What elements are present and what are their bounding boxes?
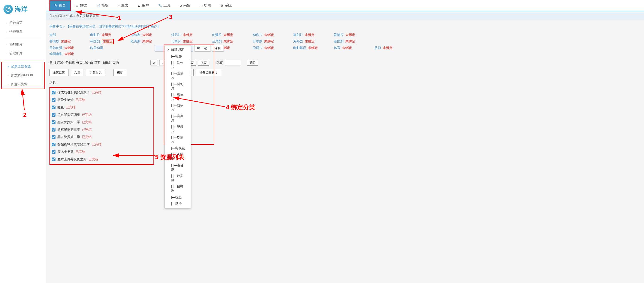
item-checkbox[interactable] — [52, 91, 56, 94]
item-checkbox[interactable] — [52, 98, 56, 102]
category-name[interactable]: 电影片 — [90, 33, 100, 37]
dropdown-item[interactable]: 解除绑定 — [164, 47, 191, 53]
nav-data[interactable]: ▤数据 — [71, 0, 92, 11]
gear-icon: ⚙ — [220, 4, 223, 7]
breadcrumb-item[interactable]: 生成 — [66, 14, 73, 17]
category-name[interactable]: 台湾剧 — [212, 39, 222, 44]
dropdown-item[interactable]: | |—科幻片 — [164, 81, 191, 92]
item-title[interactable]: 黑衣警探第二季 — [57, 120, 80, 124]
item-checkbox[interactable] — [52, 120, 56, 124]
category-name[interactable]: 泰国剧 — [334, 39, 344, 44]
category-status: 未绑定 — [102, 39, 114, 44]
dropdown-item[interactable]: | |—恐怖片 — [164, 92, 191, 102]
breadcrumb-item[interactable]: 后台首页 — [50, 14, 62, 17]
item-checkbox[interactable] — [52, 113, 56, 117]
nav-template[interactable]: 📄模板 — [92, 0, 113, 11]
dropdown-item[interactable]: |—电影 — [164, 53, 191, 60]
nav-user[interactable]: ▲用户 — [132, 0, 154, 11]
sidebar-item-ruyi-m3u8[interactable]: 如意资源M3U8 — [2, 71, 44, 80]
nav-generate[interactable]: ≡生成 — [113, 0, 132, 11]
dropdown-item[interactable]: | |—喜剧片 — [164, 113, 191, 124]
category-name[interactable]: 全部 — [50, 33, 56, 37]
item-title[interactable]: 魔术士奥芬复仇之路 — [57, 157, 86, 161]
item-title[interactable]: 恋爱生物钟 — [57, 98, 74, 102]
sidebar-item-shortcut[interactable]: 快捷菜单 — [0, 27, 46, 36]
category-name[interactable]: 综艺片 — [171, 33, 181, 37]
category-name[interactable]: 香港剧 — [50, 39, 59, 44]
dropdown-item[interactable]: | |—动作片 — [164, 60, 191, 70]
bind-button[interactable]: 绑 定 — [194, 45, 211, 51]
nav-collect[interactable]: ⊍采集 — [175, 0, 195, 11]
nav-home[interactable]: ✎首页 — [50, 0, 71, 11]
item-checkbox[interactable] — [52, 106, 56, 109]
dropdown-item[interactable]: | |—日韩剧 — [164, 184, 191, 194]
nav-tools[interactable]: 🔧工具 — [154, 0, 175, 11]
nav-extend[interactable]: ⬚扩展 — [195, 0, 216, 11]
dropdown-item[interactable]: | |—港台剧 — [164, 162, 191, 173]
data-icon: ▤ — [76, 4, 78, 7]
sidebar-item-home[interactable]: 后台首页 — [0, 18, 46, 27]
category-name[interactable]: 记录片 — [171, 39, 181, 44]
toolbar: 全选反选 采集 采集当天 刷新 搜 索 按分类查看 ∨ — [50, 69, 640, 76]
view-by-category-button[interactable]: 按分类查看 ∨ — [196, 69, 222, 76]
item-title[interactable]: 魔术士奥芬 — [57, 150, 74, 154]
category-name[interactable]: 海外剧 — [293, 39, 303, 44]
dropdown-item[interactable]: | |—大陆剧 — [164, 151, 191, 162]
collect-today-button[interactable]: 采集当天 — [86, 69, 105, 76]
category-status: 未绑定 — [305, 39, 314, 44]
category-name[interactable]: 电影解说 — [293, 46, 306, 50]
item-title[interactable]: 你成功引起我的注意了 — [57, 90, 90, 95]
dropdown-item[interactable]: |—综艺 — [164, 194, 191, 201]
category-name[interactable]: 日本剧 — [252, 39, 262, 44]
return-button[interactable]: 返 回 — [212, 45, 224, 51]
sidebar-item-ruyi-all[interactable]: 如意全部资源 — [2, 62, 44, 71]
category-name[interactable]: 伦理片 — [252, 46, 262, 50]
item-checkbox[interactable] — [52, 135, 56, 139]
dropdown-item[interactable]: | |—剧情片 — [164, 134, 191, 145]
category-name[interactable]: 动作片 — [252, 33, 262, 37]
dropdown-item[interactable]: | |—爱情片 — [164, 70, 191, 81]
nav-system[interactable]: ⚙系统 — [216, 0, 236, 11]
select-all-button[interactable]: 全选反选 — [50, 69, 68, 76]
category-name[interactable]: 动漫片 — [212, 33, 222, 37]
refresh-button[interactable]: 刷新 — [113, 69, 126, 76]
item-title[interactable]: 黏黏糊糊角质君第二季 — [57, 142, 90, 147]
category-name[interactable]: 喜剧片 — [293, 33, 303, 37]
item-title[interactable]: 黑衣警探第三季 — [57, 128, 80, 132]
collect-button[interactable]: 采集 — [71, 69, 84, 76]
category-name[interactable]: 欧美动漫 — [90, 46, 103, 50]
category-name[interactable]: 爱情片 — [334, 33, 344, 37]
jump-confirm[interactable]: 确定 — [247, 60, 258, 66]
dropdown-item[interactable]: | |—纪录片 — [164, 124, 191, 134]
top-nav: ✎首页 ▤数据 📄模板 ≡生成 ▲用户 🔧工具 ⊍采集 ⬚扩展 ⚙系统 — [46, 0, 644, 11]
page-2[interactable]: 2 — [150, 60, 157, 65]
dropdown-item[interactable]: | |—战争片 — [164, 102, 191, 113]
category-name[interactable]: 足球 — [374, 46, 381, 50]
jump-input[interactable] — [225, 60, 241, 65]
item-checkbox[interactable] — [52, 143, 56, 146]
item-title[interactable]: 红色 — [57, 105, 64, 109]
category-name[interactable]: 体育 — [334, 46, 340, 50]
notice-text: 【采集前需绑定分类，浏览器兼容模式下可能无法进行绑定操作】 — [66, 24, 160, 28]
item-title[interactable]: 黑衣警探第四季 — [57, 113, 80, 117]
item-checkbox[interactable] — [52, 128, 56, 132]
category-name[interactable]: 日韩动漫 — [50, 46, 62, 50]
dropdown-item[interactable]: |—动漫 — [164, 201, 191, 207]
sidebar-item-add-video[interactable]: 添加影片 — [0, 40, 46, 49]
list-item: 黑衣警探第二季已完结 — [51, 119, 152, 126]
item-checkbox[interactable] — [52, 150, 56, 154]
last-page[interactable]: 尾页 — [198, 60, 209, 66]
logo: 海洋 — [0, 0, 46, 18]
category-name[interactable]: 动画电影 — [50, 52, 62, 56]
dropdown-item[interactable]: | |—欧美剧 — [164, 173, 191, 184]
dropdown-item[interactable]: |—电视剧 — [164, 145, 191, 151]
item-checkbox[interactable] — [52, 158, 56, 161]
category-name[interactable]: 韩国剧 — [90, 39, 100, 44]
sidebar-item-manage-video[interactable]: 管理影片 — [0, 49, 46, 58]
item-title[interactable]: 黑衣警探第一季 — [57, 135, 80, 139]
category-name[interactable]: 连续剧 — [131, 33, 140, 37]
breadcrumb-item[interactable]: 自定义快捷菜单 — [76, 14, 99, 17]
category-name[interactable]: 欧美剧 — [131, 39, 140, 44]
magnet-icon: ⊍ — [180, 4, 182, 7]
sidebar-item-ruyi-cloud[interactable]: 如意云资源 — [2, 80, 44, 89]
